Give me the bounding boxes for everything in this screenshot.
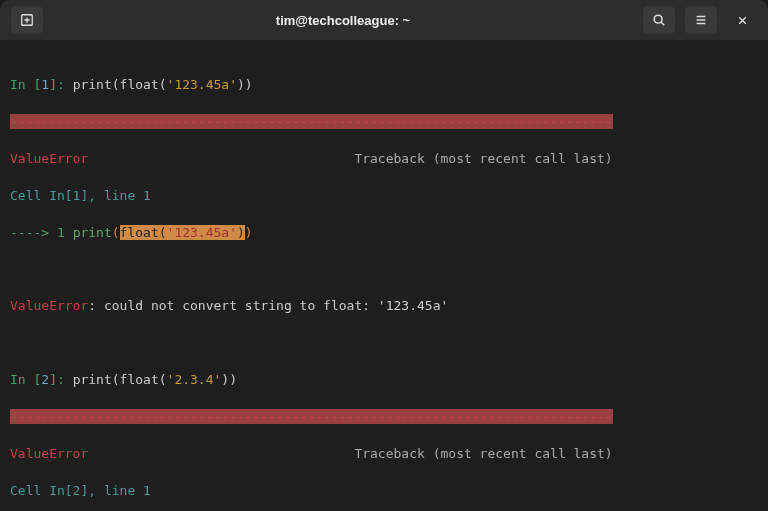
input-line: In [1]: print(float('123.45a')) <box>10 76 758 94</box>
svg-point-3 <box>654 15 662 23</box>
titlebar-right-controls <box>640 6 760 34</box>
terminal-output[interactable]: In [1]: print(float('123.45a')) --------… <box>0 40 768 511</box>
error-header: ValueError Traceback (most recent call l… <box>10 445 758 463</box>
error-header: ValueError Traceback (most recent call l… <box>10 150 758 168</box>
new-tab-button[interactable] <box>11 6 43 34</box>
search-button[interactable] <box>643 6 675 34</box>
titlebar: tim@techcolleague: ~ <box>0 0 768 40</box>
error-message: ValueError: could not convert string to … <box>10 297 758 315</box>
traceback-arrow-line: ----> 1 print(float('123.45a')) <box>10 224 758 242</box>
close-button[interactable] <box>724 6 760 34</box>
cell-ref: Cell In[1], line 1 <box>10 187 758 205</box>
dash-line: ----------------------------------------… <box>10 408 758 426</box>
svg-line-4 <box>661 22 664 25</box>
menu-button[interactable] <box>685 6 717 34</box>
window-title: tim@techcolleague: ~ <box>46 13 640 28</box>
cell-ref: Cell In[2], line 1 <box>10 482 758 500</box>
dash-line: ----------------------------------------… <box>10 113 758 131</box>
input-line: In [2]: print(float('2.3.4')) <box>10 371 758 389</box>
